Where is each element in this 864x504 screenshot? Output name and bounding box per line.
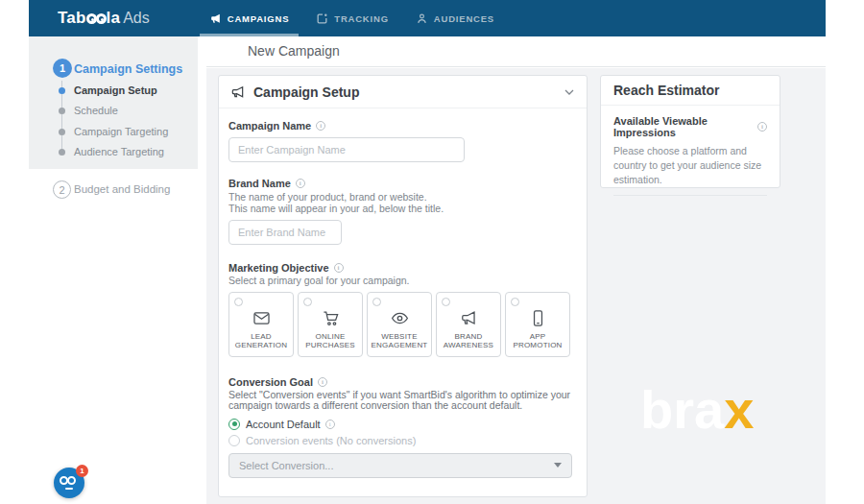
page-title-bar: New Campaign: [206, 36, 826, 67]
radio-account-default[interactable]: Account Default i: [228, 419, 577, 430]
brand-name-help: The name of your product, brand or websi…: [228, 192, 577, 214]
conversion-goal-help: Select "Conversion events" if you want S…: [228, 390, 584, 412]
page: Tab la Ads CAMPAIGNS TRACKING AUDIENCES: [0, 0, 864, 504]
nav-tab-audiences[interactable]: AUDIENCES: [402, 0, 508, 36]
watermark-text-x: x: [724, 379, 754, 440]
campaign-name-label-row: Campaign Name i: [228, 120, 577, 132]
sidebar-item-budget-and-bidding[interactable]: Budget and Bidding: [74, 183, 170, 195]
campaign-setup-card-header: Campaign Setup: [219, 76, 587, 108]
radio-disabled-icon: [228, 435, 240, 446]
impressions-label-row: Available Viewable Impressions i: [613, 115, 767, 138]
nav-tab-campaigns[interactable]: CAMPAIGNS: [196, 0, 303, 36]
objective-lead-generation[interactable]: LEADGENERATION: [228, 292, 294, 357]
conversion-goal-label: Conversion Goal: [228, 376, 313, 388]
robot-mouth: [65, 488, 73, 490]
step-2-circle[interactable]: 2: [53, 180, 71, 199]
substep-dot: [59, 108, 65, 114]
nav-tab-label: AUDIENCES: [434, 13, 494, 24]
sidebar-item-schedule[interactable]: Schedule: [74, 105, 118, 116]
sidebar-item-campaign-settings[interactable]: Campaign Settings: [74, 62, 182, 76]
impressions-label: Available Viewable Impressions: [613, 115, 753, 138]
sidebar-item-audience-targeting[interactable]: Audience Targeting: [74, 146, 164, 157]
caret-down-icon: [554, 463, 562, 468]
substep-dot: [59, 129, 65, 135]
reach-estimator-header: Reach Estimator: [601, 76, 780, 106]
megaphone-icon: [230, 84, 246, 100]
sidebar-item-campaign-setup[interactable]: Campaign Setup: [74, 84, 157, 96]
brand-name-label: Brand Name: [228, 178, 291, 189]
marketing-objective-label-row: Marketing Objective i: [228, 262, 577, 274]
conversion-select-value: Select Conversion...: [239, 460, 333, 471]
brand-name-input[interactable]: [228, 220, 342, 245]
objective-brand-awareness[interactable]: BRANDAWARENESS: [436, 292, 501, 357]
logo-text-tab: Tab: [58, 9, 86, 28]
taboola-ads-logo[interactable]: Tab la Ads: [58, 9, 150, 28]
step-1-circle[interactable]: 1: [53, 59, 72, 78]
substep-dot: [59, 149, 65, 156]
info-icon[interactable]: i: [296, 179, 305, 188]
radio-unselected: [234, 298, 243, 306]
person-icon: [416, 12, 428, 25]
campaign-setup-card: Campaign Setup Campaign Name i Brand Nam…: [218, 75, 588, 497]
notification-badge: 1: [76, 465, 88, 477]
brand-name-help-line2: This name will appear in your ad, below …: [228, 204, 577, 215]
marketing-objective-help: Select a primary goal for your campaign.: [228, 276, 577, 287]
megaphone-icon: [209, 12, 222, 25]
info-icon[interactable]: i: [325, 420, 335, 429]
radio-unselected: [511, 298, 519, 306]
chat-widget-button[interactable]: 1: [54, 468, 84, 498]
radio-unselected: [372, 298, 381, 306]
radio-selected-icon: [228, 419, 240, 430]
objective-options: LEADGENERATION ONLINEPURCHASES WEBSITEEN…: [228, 292, 577, 357]
robot-face-icon: [60, 476, 76, 485]
tracking-pixel-icon: [316, 12, 328, 25]
reach-estimator-title: Reach Estimator: [613, 83, 719, 98]
info-icon[interactable]: i: [316, 121, 325, 131]
eye-icon: [391, 309, 409, 327]
logo-text-ads: Ads: [123, 10, 150, 27]
campaign-name-input[interactable]: [228, 137, 465, 162]
conversion-select[interactable]: Select Conversion...: [228, 453, 572, 478]
smartphone-icon: [529, 309, 547, 327]
reach-estimator-message: Please choose a platform and country to …: [613, 144, 767, 187]
goggle-o-icon: [86, 13, 97, 24]
nav-tab-label: TRACKING: [334, 13, 389, 24]
campaign-setup-card-body: Campaign Name i Brand Name i The name of…: [219, 120, 587, 478]
conversion-goal-label-row: Conversion Goal i: [228, 376, 577, 388]
info-icon[interactable]: i: [334, 263, 344, 273]
brand-name-help-line1: The name of your product, brand or websi…: [228, 192, 577, 204]
reach-estimator-body: Available Viewable Impressions i Please …: [601, 106, 780, 196]
objective-app-promotion[interactable]: APPPROMOTION: [505, 292, 570, 357]
info-icon[interactable]: i: [757, 122, 767, 132]
radio-unselected: [303, 298, 312, 306]
collapse-card-button[interactable]: [564, 86, 575, 98]
brand-name-label-row: Brand Name i: [228, 178, 577, 189]
content-area: Campaign Setup Campaign Name i Brand Nam…: [206, 68, 826, 504]
radio-unselected: [442, 298, 450, 306]
page-title: New Campaign: [248, 43, 340, 59]
megaphone-icon: [460, 309, 478, 327]
radio-account-default-label: Account Default: [246, 419, 321, 430]
sidebar-item-campaign-targeting[interactable]: Campaign Targeting: [74, 126, 168, 137]
nav-tab-tracking[interactable]: TRACKING: [302, 0, 402, 36]
campaign-name-label: Campaign Name: [228, 120, 311, 132]
marketing-objective-label: Marketing Objective: [228, 262, 329, 274]
objective-online-purchases[interactable]: ONLINEPURCHASES: [298, 292, 363, 357]
goggle-o-icon: [96, 13, 107, 24]
radio-conversion-events[interactable]: Conversion events (No conversions): [228, 435, 577, 446]
objective-website-engagement[interactable]: WEBSITEENGAGEMENT: [367, 292, 432, 357]
card-title: Campaign Setup: [253, 84, 359, 100]
info-icon[interactable]: i: [318, 377, 327, 387]
nav-tab-label: CAMPAIGNS: [228, 13, 290, 24]
steps-sidebar: 1 Campaign Settings Campaign Setup Sched…: [29, 36, 206, 504]
main-area: New Campaign Campaign Setup Campaign Nam…: [206, 36, 826, 504]
radio-conversion-events-label: Conversion events (No conversions): [246, 435, 416, 446]
chevron-down-icon: [564, 86, 575, 98]
brax-watermark: brax: [640, 383, 754, 437]
envelope-icon: [252, 309, 271, 327]
watermark-text-bra: bra: [640, 379, 724, 440]
logo-text-la: la: [107, 9, 121, 28]
cart-icon: [322, 309, 340, 327]
top-nav-bar: Tab la Ads CAMPAIGNS TRACKING AUDIENCES: [29, 0, 826, 36]
nav-items: CAMPAIGNS TRACKING AUDIENCES: [196, 0, 508, 36]
